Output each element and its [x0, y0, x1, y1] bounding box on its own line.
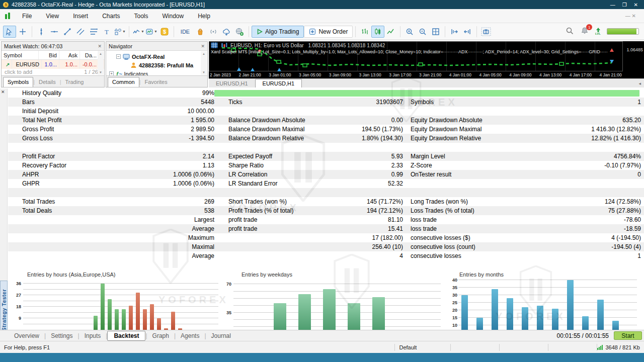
report-value: 194.50 (1.73%) — [339, 126, 403, 133]
column-header-bid[interactable]: Bid — [39, 51, 59, 59]
time-scale[interactable]: 2 Jan 20232 Jan 21:003 Jan 01:003 Jan 05… — [209, 71, 623, 78]
shapes-tool-icon[interactable]: ▼ — [113, 26, 126, 38]
time-label: 3 Jan 01:00 — [269, 72, 291, 77]
trendline-icon[interactable] — [61, 26, 74, 38]
indicators-icon[interactable]: ▼ — [145, 26, 158, 38]
tab-common[interactable]: Common — [108, 77, 139, 87]
tile-windows-icon[interactable] — [429, 26, 442, 38]
level-icon[interactable]: LVL — [595, 28, 601, 35]
chart-tab-0[interactable]: EURUSD,H1 — [209, 79, 255, 87]
report-label: Loss Trades (% of total) — [411, 207, 529, 214]
tester-tab-graph[interactable]: Graph — [147, 331, 174, 340]
menu-insert[interactable]: Insert — [66, 11, 95, 22]
collapse-icon[interactable]: − — [116, 54, 121, 59]
screenshot-icon[interactable] — [479, 26, 493, 38]
report-value: Average — [123, 252, 214, 259]
tab-trading[interactable]: Trading — [61, 77, 88, 87]
text-tool-icon[interactable]: T — [100, 26, 113, 38]
report-value: 1.0006 (0.06%) — [123, 171, 214, 178]
channel-icon[interactable] — [74, 26, 87, 38]
menu-window[interactable]: Window — [155, 11, 191, 22]
vertical-line-icon[interactable] — [35, 26, 48, 38]
market-bag-icon[interactable] — [194, 26, 207, 38]
symbol-row-eurusd[interactable]: ↗EURUSD 1.0... 1.0... -0.0... — [2, 60, 104, 69]
line-chart-mode-icon[interactable] — [384, 26, 397, 38]
minimize-button[interactable]: — — [610, 2, 615, 8]
y-tick-label: 27 — [16, 293, 21, 298]
zoom-in-icon[interactable] — [403, 26, 416, 38]
tester-tab-journal[interactable]: Journal — [206, 331, 236, 340]
column-header-ask[interactable]: Ask — [59, 51, 80, 59]
mt5-logo-icon: 5 — [3, 2, 9, 8]
bar — [274, 303, 286, 330]
tester-tab-agents[interactable]: Agents — [176, 331, 204, 340]
tree-item-account-server[interactable]: − OctaFX-Real — [109, 52, 207, 61]
tab-symbols[interactable]: Symbols — [3, 77, 33, 87]
shift-end-icon[interactable] — [448, 26, 461, 38]
cloud-icon[interactable] — [220, 26, 233, 38]
market-watch-scrollbar[interactable]: ▲▼ — [98, 51, 104, 75]
report-label: Z-Score — [411, 162, 529, 169]
tab-details[interactable]: Details — [35, 77, 60, 87]
search-icon[interactable] — [565, 26, 574, 37]
tab-scroll-left-icon[interactable]: ◂ — [635, 81, 644, 87]
tester-tab-settings[interactable]: Settings — [46, 331, 77, 340]
report-label: Short Trades (won %) — [228, 198, 339, 205]
currency-icon[interactable]: $ — [158, 26, 171, 38]
ide-button[interactable]: IDE — [177, 26, 194, 38]
report-value: 15.41 — [339, 225, 403, 232]
bar-chart-mode-icon[interactable] — [358, 26, 371, 38]
y-tick-label: 35 — [226, 310, 231, 315]
chart-objects-icon[interactable]: ▼ — [132, 26, 145, 38]
tab-favorites[interactable]: Favorites — [140, 77, 171, 87]
cursor-tool-icon[interactable] — [3, 26, 16, 38]
crosshair-tool-icon[interactable] — [16, 26, 29, 38]
tester-tab-inputs[interactable]: Inputs — [79, 331, 106, 340]
price-scale[interactable]: 1.06485 — [623, 41, 644, 71]
column-header-da[interactable]: Da... — [80, 51, 99, 59]
report-value: Average — [123, 225, 214, 232]
horizontal-line-icon[interactable] — [48, 26, 61, 38]
menu-view[interactable]: View — [39, 11, 66, 22]
algo-trading-button[interactable]: Algo Trading — [252, 26, 304, 38]
chart-panel[interactable]: EURUSD, H1: Euro vs US Dollar 1.08321 1.… — [209, 41, 644, 78]
notifications-bell-icon[interactable]: 1 — [580, 26, 589, 37]
close-button[interactable]: ✕ — [634, 2, 638, 8]
report-label: loss trade — [411, 225, 529, 232]
tester-tab-backtest[interactable]: Backtest — [107, 331, 145, 341]
time-label: 4 Jan 09:00 — [509, 72, 531, 77]
start-button[interactable]: Start — [614, 331, 642, 340]
restore-button[interactable]: ❐ — [622, 2, 627, 8]
bar — [492, 289, 498, 330]
zoom-out-icon[interactable] — [416, 26, 429, 38]
time-label: 2 Jan 21:00 — [238, 72, 261, 77]
fibo-levels-icon[interactable] — [87, 26, 100, 38]
tree-item-account[interactable]: 42882358: Prafull Ma — [109, 61, 207, 69]
menu-file[interactable]: File — [15, 11, 39, 22]
market-watch-columns[interactable]: SymbolBidAskDa... — [2, 51, 104, 60]
candlestick-mode-icon[interactable] — [371, 26, 384, 38]
navigator-close-icon[interactable]: ✕ — [201, 44, 205, 49]
mdi-window-controls[interactable]: — ✕ — [625, 13, 640, 19]
tester-close-icon[interactable]: ✕ — [1, 89, 5, 95]
community-icon[interactable] — [233, 26, 246, 38]
menu-help[interactable]: Help — [191, 11, 217, 22]
menu-charts[interactable]: Charts — [95, 11, 127, 22]
shift-back-icon[interactable] — [461, 26, 474, 38]
report-label: Equity Drawdown Absolute — [411, 117, 529, 124]
column-header-symbol[interactable]: Symbol — [2, 51, 39, 59]
y-tick-label: 35 — [452, 285, 457, 290]
report-label: Margin Level — [411, 153, 529, 160]
report-row: Bars5448Ticks31903607Symbols1 — [8, 98, 644, 107]
signals-icon[interactable] — [207, 26, 220, 38]
menu-tools[interactable]: Tools — [127, 11, 155, 22]
chart-tab-1[interactable]: EURUSD,H1 — [255, 79, 302, 87]
report-value: 52.32 — [339, 180, 403, 187]
report-value: 2.14 — [123, 153, 214, 160]
new-order-button[interactable]: New Order — [304, 26, 353, 38]
click-to-add[interactable]: click to add — [5, 69, 32, 75]
profile-name[interactable]: Default — [395, 341, 450, 353]
navigator-scrollbar[interactable]: ▲▼ — [201, 51, 207, 75]
market-watch-close-icon[interactable]: ✕ — [98, 44, 102, 49]
tester-tab-overview[interactable]: Overview — [9, 331, 44, 340]
